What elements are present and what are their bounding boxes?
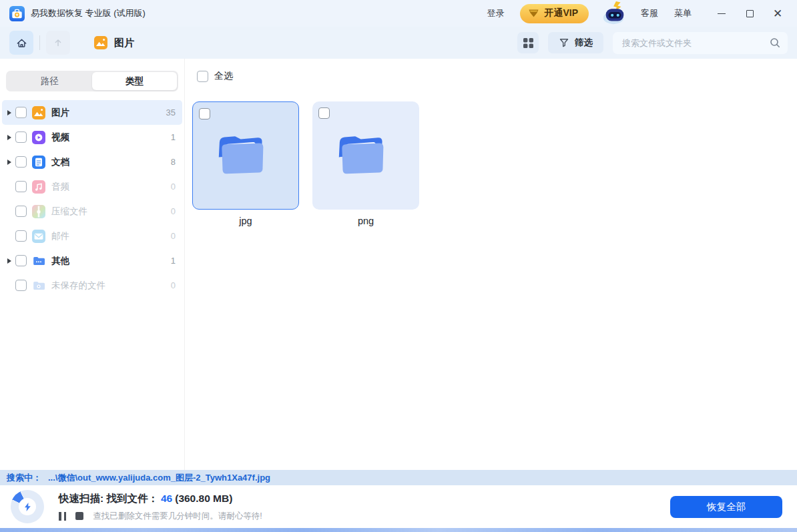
tree-item-archives[interactable]: 压缩文件 0 (2, 199, 182, 224)
footer-bar: 快速扫描: 找到文件：46(360.80 MB) 查找已删除文件需要几分钟时间。… (0, 485, 797, 528)
item-count: 35 (166, 107, 176, 117)
image-type-icon (32, 106, 45, 119)
search-input[interactable] (622, 38, 769, 48)
folder-icon (214, 127, 277, 181)
scan-progress-bar (0, 528, 797, 532)
item-count: 1 (171, 256, 176, 266)
expand-arrow-icon[interactable] (7, 160, 11, 165)
search-magnifier-icon[interactable] (769, 37, 781, 49)
up-arrow-icon (52, 37, 64, 49)
documents-checkbox[interactable] (15, 156, 27, 168)
app-window: 易我数据恢复 专业版 (试用版) 登录 开通VIP 客服 菜单 (0, 0, 797, 532)
other-checkbox[interactable] (15, 255, 27, 266)
tree-item-unsaved[interactable]: 未保存的文件 0 (2, 273, 182, 298)
expand-arrow-icon[interactable] (7, 258, 11, 264)
toolbar: 图片 筛选 (0, 27, 797, 59)
file-type-tree: 图片 35 视频 1 (0, 100, 184, 298)
support-button[interactable]: 客服 (641, 7, 658, 19)
app-logo-icon (9, 6, 25, 21)
audio-type-icon (32, 180, 45, 194)
tab-type[interactable]: 类型 (92, 72, 177, 90)
select-all-control[interactable]: 全选 (197, 70, 233, 82)
tree-item-audio[interactable]: 音频 0 (2, 174, 182, 199)
archives-checkbox[interactable] (15, 206, 27, 217)
pause-button[interactable] (59, 512, 66, 521)
close-icon: ✕ (773, 8, 782, 19)
found-size: (360.80 MB) (175, 493, 232, 504)
tree-item-documents[interactable]: 文档 8 (2, 150, 182, 174)
folder-icon (334, 127, 397, 181)
scan-hint-text: 查找已删除文件需要几分钟时间。请耐心等待! (93, 511, 262, 522)
scanning-label: 搜索中： (7, 472, 41, 484)
breadcrumb-location: 图片 (114, 37, 134, 49)
titlebar: 易我数据恢复 专业版 (试用版) 登录 开通VIP 客服 菜单 (0, 0, 797, 27)
close-button[interactable]: ✕ (766, 4, 789, 23)
unsaved-files-folder-icon (32, 279, 45, 292)
file-browser-panel: 全选 jpg (185, 59, 797, 470)
bolt-icon (24, 503, 31, 511)
mail-type-icon (32, 230, 45, 243)
audio-checkbox[interactable] (15, 181, 27, 192)
tree-item-videos[interactable]: 视频 1 (2, 125, 182, 150)
expand-arrow-icon[interactable] (7, 110, 11, 115)
window-title: 易我数据恢复 专业版 (试用版) (31, 7, 146, 19)
toolbar-divider (39, 35, 40, 50)
pictures-location-icon (94, 36, 107, 49)
email-checkbox[interactable] (15, 230, 27, 242)
document-type-icon (32, 156, 45, 169)
folder-grid: jpg png (192, 101, 419, 226)
item-count: 0 (171, 206, 176, 216)
sidebar: 路径 类型 图片 35 (0, 59, 185, 470)
filter-button[interactable]: 筛选 (548, 32, 603, 53)
folder-card[interactable] (192, 101, 299, 210)
folder-name: png (358, 216, 374, 226)
home-icon (15, 37, 28, 49)
tree-item-email[interactable]: 邮件 0 (2, 224, 182, 248)
tree-item-other[interactable]: 其他 1 (2, 248, 182, 273)
select-all-checkbox[interactable] (197, 71, 208, 82)
maximize-button[interactable] (738, 4, 761, 23)
minimize-icon (718, 13, 726, 14)
video-type-icon (32, 131, 45, 144)
tree-item-images[interactable]: 图片 35 (2, 100, 182, 125)
robot-mascot-icon[interactable] (601, 1, 629, 26)
folder-card[interactable] (312, 101, 419, 210)
home-button[interactable] (9, 31, 33, 55)
minimize-button[interactable] (710, 4, 733, 23)
folder-checkbox[interactable] (199, 108, 210, 119)
scan-result-line: 快速扫描: 找到文件：46(360.80 MB) (59, 492, 262, 506)
current-scan-path: ...\微信\out_www.yalijuda.com_图层-2_Tywh1Xa… (48, 472, 270, 484)
item-count: 0 (171, 280, 176, 290)
vip-button[interactable]: 开通VIP (520, 4, 589, 23)
expand-arrow-icon[interactable] (7, 135, 11, 140)
menu-button[interactable]: 菜单 (674, 7, 692, 19)
item-count: 8 (171, 157, 176, 167)
item-count: 0 (171, 182, 176, 192)
sidebar-tabs: 路径 类型 (6, 71, 178, 91)
item-count: 1 (171, 132, 176, 142)
maximize-icon (746, 10, 754, 17)
folder-checkbox[interactable] (318, 107, 330, 119)
videos-checkbox[interactable] (15, 131, 27, 143)
grid-view-button[interactable] (517, 32, 539, 53)
unsaved-checkbox[interactable] (15, 280, 27, 291)
folder-name: jpg (239, 216, 252, 226)
folder-item-png[interactable]: png (312, 101, 419, 226)
other-folder-icon (32, 254, 45, 268)
folder-item-jpg[interactable]: jpg (192, 101, 299, 226)
scan-progress-ring-icon (11, 490, 44, 523)
up-button[interactable] (46, 31, 70, 55)
filter-funnel-icon (559, 37, 569, 48)
gold-badge-icon (528, 9, 539, 18)
images-checkbox[interactable] (15, 107, 27, 118)
login-button[interactable]: 登录 (487, 7, 504, 19)
archive-type-icon (32, 205, 45, 218)
tab-path[interactable]: 路径 (7, 72, 92, 90)
scan-status-bar: 搜索中： ...\微信\out_www.yalijuda.com_图层-2_Ty… (0, 470, 797, 485)
search-box (613, 32, 788, 54)
stop-button[interactable] (75, 512, 83, 520)
recover-all-button[interactable]: 恢复全部 (670, 496, 782, 518)
select-all-label: 全选 (214, 70, 233, 82)
found-file-count: 46 (161, 493, 172, 504)
item-count: 0 (171, 231, 176, 241)
